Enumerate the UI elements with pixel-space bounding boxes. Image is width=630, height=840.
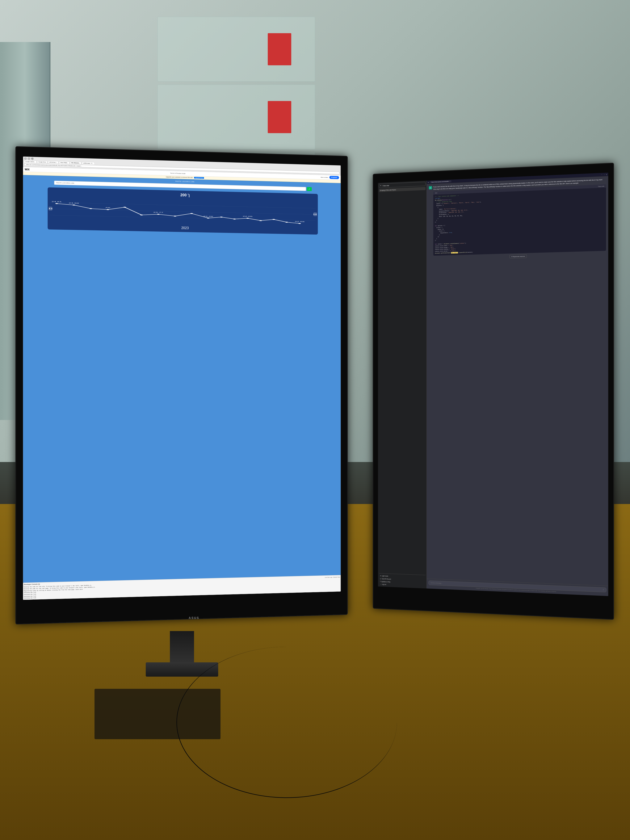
browser-icon-2: → — [604, 174, 605, 175]
right-monitor-screen: ✎ + New chat Scraping HTML with Python ☀… — [378, 173, 608, 596]
left-monitor-screen: ← → ↻ Google Calend... Google Drive (19)… — [23, 157, 341, 600]
tab-google-calendar[interactable]: Google Calend... — [24, 160, 36, 163]
publish-button[interactable]: Publish — [329, 176, 339, 179]
tab-figfig-1[interactable]: https://figfig... — [59, 161, 69, 164]
tab-wdmessage[interactable]: wdMessage - G... — [82, 162, 95, 165]
monitor-area: ← → ↻ Google Calend... Google Drive (19)… — [13, 151, 617, 722]
browser-icon-3: ↻ — [606, 174, 607, 175]
chatgpt-tab[interactable]: https://chat.openai.com/chat/0b/... — [429, 180, 451, 183]
browser-icon-1: ← — [601, 174, 603, 175]
tab-google-drive[interactable]: Google Drive — [37, 161, 47, 163]
right-monitor: ✎ + New chat Scraping HTML with Python ☀… — [373, 163, 614, 619]
svg-text:22.26: 22.26 — [203, 216, 213, 217]
message-block-1: G If you can't access the div with the i… — [429, 178, 606, 261]
browser-forward-btn[interactable]: → — [27, 158, 30, 160]
assistant-avatar: G — [429, 186, 432, 189]
send-icon[interactable]: ➤ — [603, 589, 604, 591]
monitor-cable — [177, 647, 397, 798]
browser-back-btn[interactable]: ← — [24, 157, 27, 160]
wix-editor: ← → ↻ Google Calend... Google Drive (19)… — [23, 157, 341, 600]
chatgpt-messages: G If you can't access the div with the i… — [427, 176, 608, 586]
drawer-1-handle — [268, 33, 291, 65]
chatgpt-sidebar: ✎ + New chat Scraping HTML with Python ☀… — [378, 181, 427, 588]
check-button[interactable]: ✓ — [307, 187, 312, 191]
live-site-logs-label: Live Site Logs — [325, 577, 332, 578]
drawer-2 — [158, 85, 315, 149]
copy-code-button[interactable]: Copy code — [598, 185, 605, 187]
code-language-label: html — [435, 192, 437, 194]
console-title: Developer Console (1) — [24, 583, 40, 585]
chatgpt-main: ⊞ https://chat.openai.com/chat/0b/... ← … — [427, 173, 608, 596]
drawer-2-handle — [268, 101, 291, 133]
chatgpt-tab-icon: ⊞ — [428, 182, 429, 183]
svg-text:22.05: 22.05 — [243, 216, 253, 217]
svg-text:24.59: 24.59 — [69, 202, 79, 204]
chart-nav-left-button[interactable]: ◄◄ — [49, 207, 52, 210]
svg-text:23.77: 23.77 — [153, 212, 163, 213]
chart-nav-right-button[interactable]: ►► — [314, 213, 317, 216]
default-view-label: Default View — [333, 576, 340, 578]
svg-text:24.61: 24.61 — [51, 201, 62, 203]
code-block: html Copy code <!-- Your custom code com… — [433, 185, 606, 256]
new-chat-icon: ✎ — [380, 185, 381, 187]
chatgpt-interface: ✎ + New chat Scraping HTML with Python ☀… — [378, 173, 608, 596]
chart-svg: 24.61 24.59 A6 23.77 22.26 22.05 22.68 — [50, 196, 316, 227]
wix-topbar-center: You're in Preview mode — [170, 173, 185, 175]
faq-icon: ? — [380, 581, 381, 582]
code-content: <!-- Your custom code component --> <scr… — [433, 188, 606, 256]
sidebar-item-scraping[interactable]: Scraping HTML with Python — [379, 187, 426, 192]
browser-refresh-btn[interactable]: ↻ — [31, 158, 33, 160]
logout-icon: → — [380, 583, 381, 585]
svg-text:A6: A6 — [106, 207, 111, 208]
editor-main: PASTE LOCORIS LINK ✓ ◄◄ 200 'ן — [23, 175, 341, 583]
monitor-stand-left — [170, 631, 194, 665]
drawer-1 — [158, 17, 315, 82]
wix-topbar-right: Back to Editor Publish — [321, 176, 339, 179]
chart-container: ◄◄ 200 'ן — [48, 188, 318, 235]
svg-text:22.68: 22.68 — [295, 221, 305, 223]
tab-wix-website[interactable]: Wix Website... — [70, 161, 81, 164]
upgrade-now-button[interactable]: Upgrade Now — [194, 177, 204, 179]
address-text: editor.wix.com/html/editor/web/renderer/… — [26, 164, 82, 167]
asus-logo: ASUS — [164, 616, 224, 619]
left-monitor: ← → ↻ Google Calend... Google Drive (19)… — [15, 146, 348, 625]
discord-icon: ◻ — [380, 578, 381, 579]
wix-logo: WiX — [25, 168, 29, 171]
svg-rect-0 — [50, 196, 316, 227]
tab-19-full[interactable]: (19) full tip |... — [48, 161, 58, 164]
light-mode-icon: ☀ — [380, 575, 381, 577]
sidebar-bottom: ☀ Light mode ◻ OpenAI Discord ? Updates … — [379, 573, 426, 587]
regenerate-response-button[interactable]: ⟳ Regenerate response — [510, 254, 527, 258]
assistant-text-1: If you can't access the div with the id … — [433, 178, 606, 261]
new-chat-button[interactable]: ✎ + New chat — [379, 182, 426, 188]
assistant-message-1: G If you can't access the div with the i… — [429, 178, 606, 261]
chat-input-placeholder: Send a message... — [431, 582, 443, 584]
